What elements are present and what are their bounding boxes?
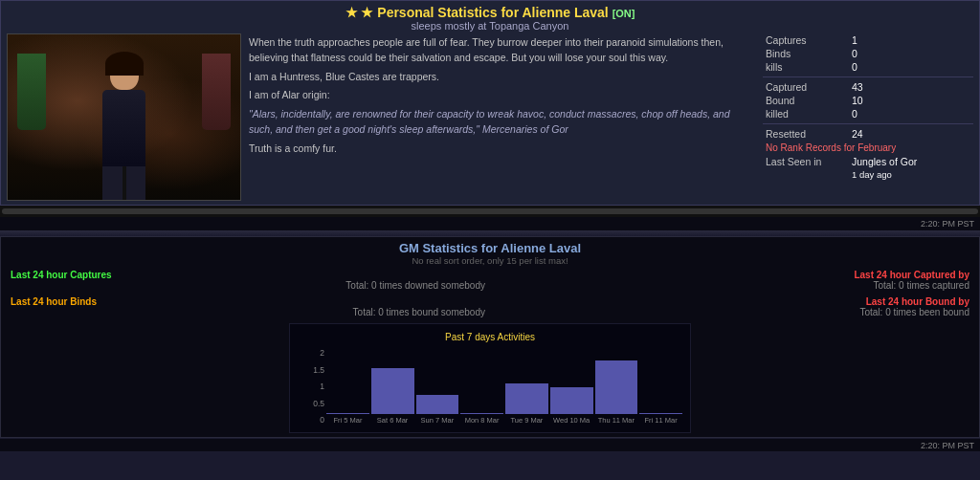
gm-stats-grid: Last 24 hour Captures Total: 0 times dow… — [7, 268, 973, 319]
bio-para-4: "Alars, incidentally, are renowned for t… — [249, 107, 755, 138]
bio-text: When the truth approaches people are ful… — [247, 33, 757, 201]
banner-left — [17, 54, 46, 130]
figure-leg-right — [126, 166, 146, 201]
bar-label-2: Sun 7 Mar — [421, 416, 455, 425]
bar-7 — [639, 413, 682, 414]
banner-right — [202, 54, 231, 130]
chart-area: 0 0.5 1 1.5 2 Fri 5 MarSat 6 MarSun 7 Ma… — [298, 348, 682, 425]
gm-stats-title: GM Statistics for Alienne Laval — [7, 241, 973, 255]
captures-label: Captures — [763, 33, 849, 47]
bound-by-label: Last 24 hour Bound by — [495, 296, 969, 307]
bar-label-0: Fri 5 Mar — [333, 416, 362, 425]
kills-value: 0 — [849, 60, 973, 74]
timestamp-bar-top: 2:20: PM PST — [0, 217, 980, 230]
bar-6 — [595, 360, 638, 414]
timestamp-top: 2:20: PM PST — [921, 219, 974, 229]
personal-stats-section: ★ ★ Personal Statistics for Alienne Lava… — [0, 0, 980, 206]
bar-5 — [550, 387, 593, 414]
figure-head — [110, 56, 139, 90]
binds-row: Binds 0 — [763, 47, 973, 60]
bio-para-1: When the truth approaches people are ful… — [249, 35, 755, 66]
stats-table: Captures 1 Binds 0 kills 0 — [763, 33, 973, 74]
y-label-05: 0.5 — [298, 399, 324, 408]
captured-row: Captured 43 — [763, 80, 973, 94]
stats-table-2: Captured 43 Bound 10 killed 0 — [763, 80, 973, 120]
figure-legs — [102, 166, 145, 201]
binds-block: Last 24 hour Binds Total: 0 times bound … — [7, 295, 489, 319]
bound-by-block: Last 24 hour Bound by Total: 0 times bee… — [491, 295, 973, 319]
figure-hair — [105, 52, 144, 76]
bar-3 — [460, 413, 503, 414]
binds-value: 0 — [849, 47, 973, 60]
bar-label-3: Mon 8 Mar — [465, 416, 500, 425]
bar-group-1: Sat 6 Mar — [371, 368, 414, 425]
bar-label-7: Fri 11 Mar — [645, 416, 678, 425]
binds-label: Binds — [763, 47, 849, 60]
last-seen-table: Last Seen in Jungles of Gor 1 day ago — [763, 155, 973, 181]
figure-body — [102, 90, 145, 166]
captured-by-label: Last 24 hour Captured by — [495, 270, 969, 280]
killed-label: killed — [763, 107, 849, 120]
stats-divider-2 — [763, 123, 973, 124]
title-text: ★ Personal Statistics for Alienne Laval — [361, 5, 608, 20]
kills-row: kills 0 — [763, 60, 973, 74]
captured-value: 43 — [849, 80, 973, 94]
captured-label: Captured — [763, 80, 849, 94]
bar-group-5: Wed 10 Ma — [550, 387, 593, 425]
bar-group-2: Sun 7 Mar — [416, 395, 459, 425]
y-label-2: 2 — [298, 348, 324, 358]
bar-1 — [371, 368, 414, 414]
character-figure — [86, 56, 163, 200]
bar-label-1: Sat 6 Mar — [377, 416, 409, 425]
figure-leg-left — [102, 166, 122, 201]
bar-group-4: Tue 9 Mar — [505, 383, 548, 425]
bar-label-4: Tue 9 Mar — [510, 416, 543, 425]
star-icon: ★ — [345, 5, 362, 20]
killed-row: killed 0 — [763, 107, 973, 120]
bio-para-5: Truth is a comfy fur. — [249, 142, 755, 157]
captured-by-block: Last 24 hour Captured by Total: 0 times … — [491, 268, 973, 293]
scroll-area[interactable] — [0, 206, 980, 217]
bar-group-7: Fri 11 Mar — [639, 413, 682, 425]
bound-by-total: Total: 0 times been bound — [495, 307, 969, 317]
subtitle-text: sleeps mostly at Topanga Canyon — [412, 20, 569, 32]
bio-para-3: I am of Alar origin: — [249, 88, 755, 103]
activity-chart: Past 7 days Activities 0 0.5 1 1.5 2 Fri… — [289, 323, 691, 433]
bar-label-6: Thu 11 Mar — [598, 416, 635, 425]
captures-label-gm: Last 24 hour Captures — [11, 270, 485, 280]
bar-group-3: Mon 8 Mar — [460, 413, 503, 425]
bar-4 — [505, 383, 548, 414]
bottom-header: GM Statistics for Alienne Laval No real … — [7, 241, 973, 266]
kills-label: kills — [763, 60, 849, 74]
last-seen-label: Last Seen in — [763, 155, 849, 168]
scroll-track[interactable] — [2, 208, 978, 214]
top-content: When the truth approaches people are ful… — [7, 33, 973, 201]
captures-row: Captures 1 — [763, 33, 973, 47]
bound-label: Bound — [763, 94, 849, 107]
bar-group-6: Thu 11 Mar — [595, 360, 638, 425]
stats-divider-1 — [763, 76, 973, 77]
binds-total: Total: 0 times bound somebody — [11, 307, 485, 317]
captured-by-total: Total: 0 times captured — [495, 280, 969, 291]
stats-table-3: Resetted 24 — [763, 127, 973, 141]
killed-value: 0 — [849, 107, 973, 120]
gm-stats-section: GM Statistics for Alienne Laval No real … — [0, 236, 980, 438]
last-seen-row: Last Seen in Jungles of Gor — [763, 155, 973, 168]
bound-row: Bound 10 — [763, 94, 973, 107]
resetted-label: Resetted — [763, 127, 849, 141]
captures-value: 1 — [849, 33, 973, 47]
chart-title: Past 7 days Activities — [298, 332, 682, 342]
timestamp-bar-bottom: 2:20: PM PST — [0, 438, 980, 451]
stats-panel: Captures 1 Binds 0 kills 0 Captured 43 — [763, 33, 973, 201]
online-badge: [ON] — [612, 8, 635, 19]
last-seen-value: Jungles of Gor — [849, 155, 973, 168]
bar-label-5: Wed 10 Ma — [553, 416, 590, 425]
gm-stats-subtitle: No real sort order, only 15 per list max… — [7, 255, 973, 266]
page-title: ★ ★ Personal Statistics for Alienne Lava… — [345, 5, 635, 20]
y-label-1: 1 — [298, 382, 324, 391]
captures-total: Total: 0 times downed somebody — [11, 280, 485, 291]
timestamp-bottom: 2:20: PM PST — [921, 441, 974, 450]
chart-bars: Fri 5 MarSat 6 MarSun 7 MarMon 8 MarTue … — [326, 348, 682, 425]
binds-label-gm: Last 24 hour Binds — [11, 296, 485, 307]
last-seen-time-row: 1 day ago — [763, 168, 973, 181]
